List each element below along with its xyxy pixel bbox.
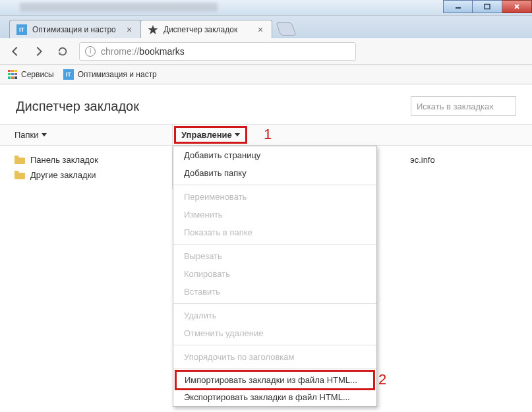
window-minimize-button[interactable] — [443, 0, 473, 13]
browser-tab[interactable]: IT Оптимизация и настро × — [9, 20, 141, 38]
url-path: bookmarks — [139, 46, 184, 57]
reload-button[interactable] — [55, 44, 70, 59]
svg-marker-4 — [148, 25, 158, 34]
tab-title: Диспетчер закладок — [163, 25, 252, 34]
column-headers: Папки Управление 1 — [0, 124, 532, 146]
menu-item: Переименовать — [173, 188, 376, 206]
menu-separator — [173, 368, 376, 369]
menu-separator — [173, 185, 376, 185]
menu-item: Удалить — [173, 307, 376, 324]
folders-header-label: Папки — [15, 130, 39, 140]
page-header: Диспетчер закладок — [0, 84, 532, 124]
menu-item[interactable]: Добавить страницу — [173, 146, 376, 164]
menu-item: Копировать — [173, 265, 376, 283]
browser-tab-active[interactable]: Диспетчер закладок × — [140, 20, 272, 38]
url-protocol: chrome:// — [101, 46, 139, 57]
folder-icon — [15, 156, 25, 164]
chevron-down-icon — [235, 133, 240, 136]
window-controls — [443, 0, 532, 13]
menu-item: Изменить — [173, 206, 376, 223]
window-title-blurred — [20, 3, 218, 12]
bookmark-link-fragment[interactable]: эс.info — [410, 155, 435, 165]
menu-item: Вставить — [173, 283, 376, 301]
star-favicon — [148, 24, 158, 35]
window-close-button[interactable] — [502, 0, 532, 13]
apps-label: Сервисы — [21, 70, 54, 79]
folder-item-label: Панель закладок — [30, 155, 98, 165]
tab-strip: IT Оптимизация и настро × Диспетчер закл… — [0, 16, 532, 38]
apps-grid-icon — [8, 70, 17, 79]
menu-item: Отменить удаление — [173, 324, 376, 342]
bookmark-bar-item-label: Оптимизация и настр — [78, 70, 157, 79]
menu-separator — [173, 303, 376, 304]
menu-item: Упорядочить по заголовкам — [173, 348, 376, 366]
menu-item[interactable]: Экспортировать закладки в файл HTML... — [173, 388, 376, 406]
folder-item[interactable]: Панель закладок — [0, 152, 172, 167]
bookmarks-list-area: эс.info Добавить страницуДобавить папкуП… — [173, 146, 532, 189]
apps-button[interactable]: Сервисы — [8, 70, 54, 79]
address-bar[interactable]: i chrome://bookmarks — [79, 42, 356, 61]
content-area: Панель закладок Другие закладки эс.info … — [0, 146, 532, 189]
folders-column-header[interactable]: Папки — [0, 125, 173, 145]
menu-separator — [173, 345, 376, 345]
manage-dropdown-menu: Добавить страницуДобавить папкуПереимено… — [173, 146, 377, 407]
menu-item[interactable]: Добавить папку — [173, 164, 376, 182]
window-maximize-button[interactable] — [473, 0, 502, 13]
chevron-down-icon — [42, 133, 47, 136]
tab-close-icon[interactable]: × — [125, 25, 134, 34]
annotation-two: 2 — [378, 371, 386, 388]
menu-item[interactable]: Импортировать закладки из файла HTML... — [175, 370, 375, 390]
window-titlebar — [0, 0, 532, 16]
menu-item: Вырезать — [173, 247, 376, 265]
it-favicon: IT — [16, 24, 27, 35]
back-button[interactable] — [8, 44, 22, 59]
page-info-icon[interactable]: i — [85, 46, 96, 57]
bookmark-bar-item[interactable]: IT Оптимизация и настр — [63, 69, 157, 80]
tab-close-icon[interactable]: × — [256, 25, 265, 34]
folders-sidebar: Панель закладок Другие закладки — [0, 146, 173, 189]
folder-item-label: Другие закладки — [30, 170, 96, 180]
it-favicon: IT — [63, 69, 74, 80]
manage-header-label: Управление — [181, 130, 232, 140]
manage-dropdown-toggle[interactable]: Управление — [174, 126, 247, 144]
svg-rect-1 — [485, 5, 490, 9]
folder-icon — [15, 171, 25, 179]
bookmarks-bar: Сервисы IT Оптимизация и настр — [0, 65, 532, 84]
menu-separator — [173, 244, 376, 245]
tab-title: Оптимизация и настро — [32, 25, 121, 34]
annotation-one: 1 — [264, 126, 272, 143]
page-title: Диспетчер закладок — [16, 99, 139, 114]
new-tab-button[interactable] — [276, 22, 296, 36]
forward-button[interactable] — [32, 44, 46, 59]
menu-item: Показать в папке — [173, 223, 376, 241]
folder-item[interactable]: Другие закладки — [0, 167, 172, 183]
search-bookmarks-input[interactable] — [411, 96, 516, 116]
browser-toolbar: i chrome://bookmarks — [0, 38, 532, 65]
